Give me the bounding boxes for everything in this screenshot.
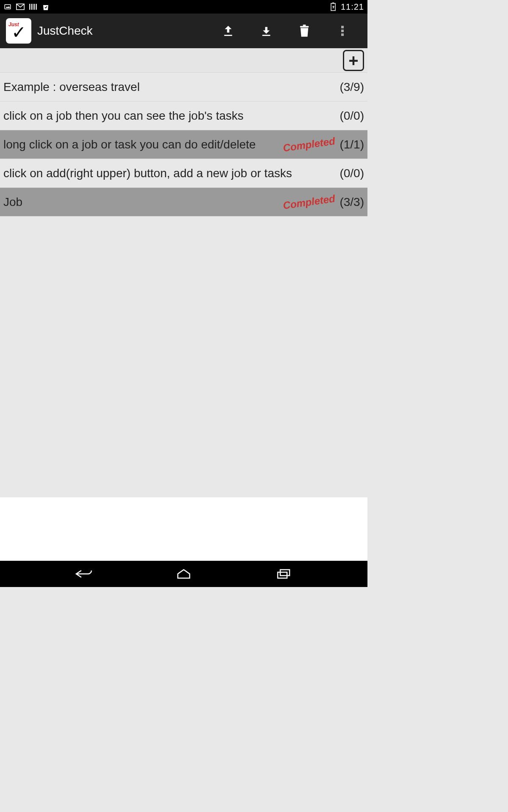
app-icon: Just ✓ [6, 18, 31, 44]
job-count: (0/0) [340, 109, 364, 123]
completed-stamp: Completed [282, 135, 336, 154]
list-item[interactable]: click on a job then you can see the job'… [0, 102, 367, 130]
recent-apps-button[interactable] [267, 564, 301, 584]
home-button[interactable] [167, 564, 201, 584]
svg-marker-1 [6, 6, 11, 8]
svg-rect-16 [341, 30, 344, 32]
list-item[interactable]: Job Completed (3/3) [0, 188, 367, 217]
action-bar: Just ✓ JustCheck [0, 14, 367, 48]
svg-rect-7 [36, 4, 37, 10]
completed-stamp: Completed [282, 192, 336, 211]
svg-rect-0 [5, 5, 11, 9]
svg-rect-14 [303, 25, 306, 26]
list-item[interactable]: click on add(right upper) button, add a … [0, 159, 367, 188]
navigation-bar [0, 561, 367, 587]
job-count: (3/9) [340, 80, 364, 94]
add-button[interactable]: + [343, 50, 364, 71]
svg-rect-9 [332, 3, 334, 3]
blank-region [0, 497, 367, 561]
status-bar: 11:21 [0, 0, 367, 14]
svg-rect-4 [31, 4, 32, 10]
upload-button[interactable] [209, 14, 247, 48]
job-title: Job [3, 195, 283, 209]
download-button[interactable] [247, 14, 285, 48]
job-list: Example : overseas travel (3/9) click on… [0, 73, 367, 497]
delete-button[interactable] [285, 14, 323, 48]
svg-rect-6 [34, 4, 35, 10]
svg-rect-15 [341, 26, 344, 28]
status-left-icons [3, 3, 50, 11]
list-item[interactable]: long click on a job or task you can do e… [0, 130, 367, 159]
svg-rect-11 [224, 35, 232, 36]
back-button[interactable] [67, 564, 101, 584]
barcode-icon [29, 3, 37, 11]
job-count: (0/0) [340, 167, 364, 180]
job-title: click on add(right upper) button, add a … [3, 166, 340, 181]
svg-rect-13 [300, 26, 309, 27]
svg-rect-3 [29, 4, 30, 10]
status-time: 11:21 [341, 2, 364, 12]
checkmark-icon: ✓ [11, 24, 26, 41]
list-item[interactable]: Example : overseas travel (3/9) [0, 73, 367, 102]
add-row: + [0, 48, 367, 73]
job-count: (3/3) [340, 195, 364, 209]
job-title: click on a job then you can see the job'… [3, 109, 340, 123]
status-right: 11:21 [329, 2, 364, 12]
svg-marker-10 [332, 5, 334, 9]
image-icon [3, 3, 12, 11]
job-title: Example : overseas travel [3, 80, 340, 94]
app-title: JustCheck [37, 24, 93, 38]
mail-icon [16, 3, 25, 11]
shopping-icon [41, 3, 50, 11]
battery-charging-icon [329, 3, 337, 11]
job-count: (1/1) [340, 138, 364, 151]
svg-rect-12 [262, 35, 271, 36]
overflow-menu-button[interactable] [323, 14, 362, 48]
svg-rect-17 [341, 33, 344, 36]
job-title: long click on a job or task you can do e… [3, 137, 283, 152]
svg-rect-5 [33, 4, 33, 10]
